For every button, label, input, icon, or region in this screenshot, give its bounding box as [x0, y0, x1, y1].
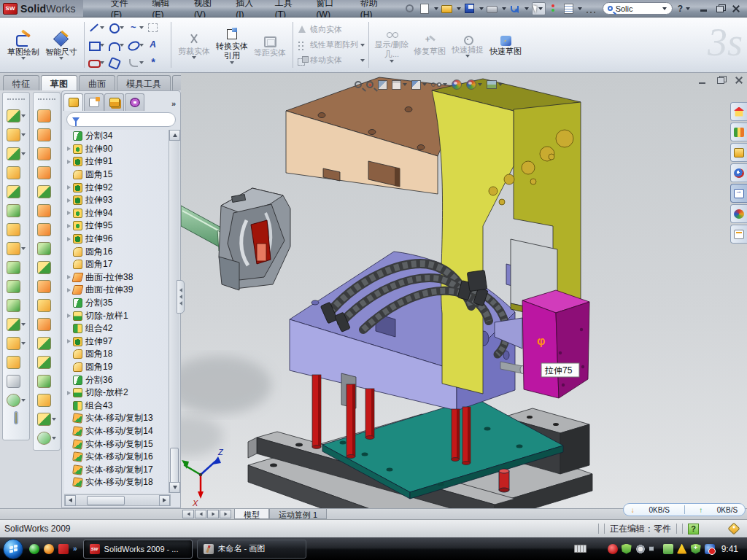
new-document-icon[interactable]	[420, 4, 429, 14]
surface-tool-button[interactable]	[37, 108, 56, 123]
tree-item[interactable]: 拉伸97	[64, 335, 169, 349]
tree-item[interactable]: 拉伸92	[64, 181, 169, 194]
3d-model[interactable]: φ X Y Z 拉伸75	[181, 73, 747, 508]
move-entities-button[interactable]: 移动实体	[297, 53, 365, 67]
surface-tool-button[interactable]	[37, 354, 56, 370]
core-block[interactable]	[290, 252, 524, 411]
surface-tool-button[interactable]	[37, 373, 56, 389]
scroll-down-button[interactable]	[169, 482, 180, 493]
featuremanager-tab[interactable]	[63, 93, 83, 111]
feature-tool-button[interactable]	[7, 108, 26, 123]
restore-button[interactable]	[715, 4, 725, 13]
scroll-left-button[interactable]	[65, 495, 76, 506]
taskbar-button[interactable]: SW SolidWorks 2009 - ...	[83, 540, 193, 559]
doc-close-button[interactable]	[734, 76, 745, 85]
task-pane-tab[interactable]	[730, 143, 747, 162]
prev-tab-button[interactable]	[195, 510, 206, 518]
appearances-icon[interactable]	[452, 79, 462, 90]
insert-block[interactable]: φ	[522, 290, 589, 398]
feature-tool-button[interactable]	[7, 127, 26, 142]
tree-item[interactable]: 分割34	[64, 130, 169, 143]
surface-tool-button[interactable]	[37, 260, 56, 275]
surface-tool-button[interactable]	[37, 298, 56, 313]
start-button[interactable]	[3, 539, 23, 559]
expand-arrow-icon[interactable]	[67, 185, 71, 190]
scroll-thumb[interactable]	[170, 448, 179, 487]
doc-restore-button[interactable]	[716, 76, 727, 85]
search-caret[interactable]	[662, 7, 667, 10]
polygon-icon[interactable]	[108, 54, 128, 71]
quicklaunch-app-icon[interactable]	[44, 544, 54, 554]
feature-tool-button[interactable]	[7, 298, 26, 313]
expand-arrow-icon[interactable]	[67, 314, 71, 318]
hscroll-thumb[interactable]	[87, 496, 125, 505]
feature-tool-button[interactable]	[7, 279, 26, 294]
tree-item[interactable]: 实体-移动/复制15	[64, 438, 169, 451]
configurationmanager-tab[interactable]	[104, 93, 124, 111]
task-pane-tab[interactable]	[730, 225, 747, 244]
feature-tool-button[interactable]	[7, 165, 26, 180]
feature-tool-button[interactable]	[7, 146, 26, 161]
health-shield-icon[interactable]	[691, 544, 701, 554]
surface-tool-button[interactable]	[37, 335, 56, 351]
surface-tool-button[interactable]	[37, 430, 56, 446]
close-button[interactable]	[731, 4, 741, 13]
print-caret[interactable]	[502, 7, 506, 10]
expand-arrow-icon[interactable]	[67, 211, 71, 215]
tree-item[interactable]: 拉伸91	[64, 155, 169, 168]
tree-item[interactable]: 切除-放样2	[64, 386, 169, 400]
open-icon[interactable]	[441, 5, 452, 13]
new-caret[interactable]	[434, 7, 438, 10]
tree-filter-input[interactable]	[66, 112, 176, 127]
scene-icon[interactable]	[466, 79, 482, 90]
surface-tool-button[interactable]	[37, 411, 56, 427]
task-pane-tab[interactable]	[730, 184, 747, 203]
expand-arrow-icon[interactable]	[67, 275, 71, 279]
feature-tool-button[interactable]	[7, 184, 26, 199]
tree-item[interactable]: 组合42	[64, 322, 169, 335]
feature-tool-button[interactable]	[7, 373, 26, 389]
messenger-icon[interactable]	[29, 544, 39, 554]
surface-tool-button[interactable]	[37, 184, 56, 199]
pin-icon[interactable]	[406, 4, 414, 12]
minimize-button[interactable]	[699, 4, 709, 13]
print-icon[interactable]	[487, 6, 498, 13]
undo-caret[interactable]	[525, 7, 529, 10]
expand-arrow-icon[interactable]	[67, 237, 71, 241]
graphics-viewport[interactable]: φ X Y Z 拉伸75	[181, 73, 747, 508]
spline-icon[interactable]: ~	[128, 19, 147, 36]
tree-item[interactable]: 圆角19	[64, 361, 169, 374]
tree-item[interactable]: 分割35	[64, 297, 169, 310]
expand-arrow-icon[interactable]	[67, 198, 71, 203]
expand-arrow-icon[interactable]	[67, 147, 71, 151]
options-caret[interactable]	[578, 7, 582, 10]
tree-item[interactable]: 圆角18	[64, 348, 169, 361]
convert-entities-button[interactable]: 转换实体引用	[213, 26, 251, 63]
scroll-up-button[interactable]	[169, 130, 180, 141]
tree-item[interactable]: 实体-移动/复制13	[64, 412, 169, 425]
doc-minimize-button[interactable]	[697, 76, 708, 85]
sketch-text-icon[interactable]: A	[147, 36, 167, 54]
search-box[interactable]: Solic	[603, 2, 673, 15]
display-delete-relations-button[interactable]: 显示/删除几...	[373, 27, 411, 62]
more-tools-icon[interactable]	[585, 4, 595, 15]
surface-tool-button[interactable]	[37, 203, 56, 218]
sketch-picture-icon[interactable]	[147, 19, 167, 36]
sketch-fillet-icon[interactable]	[128, 54, 147, 71]
antivirus-icon[interactable]	[622, 544, 632, 554]
tree-horizontal-scrollbar[interactable]	[64, 494, 171, 506]
slide-assembly[interactable]	[219, 188, 290, 290]
trim-entities-button[interactable]: 剪裁实体	[175, 31, 213, 60]
zoom-fit-icon[interactable]	[355, 81, 362, 88]
task-pane-tab[interactable]	[730, 122, 747, 141]
tree-item[interactable]: 拉伸96	[64, 233, 169, 246]
section-view-icon[interactable]	[378, 80, 387, 90]
wireless-warning-icon[interactable]	[677, 544, 687, 554]
tree-item[interactable]: 曲面-拉伸38	[64, 271, 169, 284]
feature-tool-button[interactable]	[7, 222, 26, 237]
tree-item[interactable]: 圆角17	[64, 258, 169, 271]
options-icon[interactable]	[564, 4, 573, 14]
smart-dimension-button[interactable]: 智能尺寸	[42, 30, 80, 61]
tree-item[interactable]: 拉伸90	[64, 143, 169, 156]
next-tab-button[interactable]	[207, 510, 219, 518]
